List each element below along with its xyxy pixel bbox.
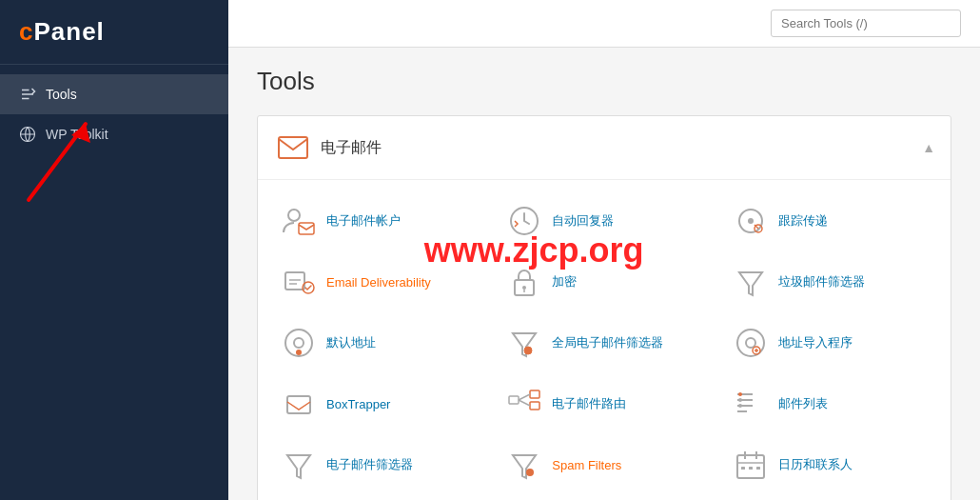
spam-filter-icon — [733, 264, 769, 300]
tool-email-accounts-label: 电子邮件帐户 — [326, 212, 401, 230]
svg-point-37 — [738, 398, 742, 402]
tool-boxtrapper[interactable]: BoxTrapper — [275, 378, 481, 430]
email-routing-icon — [506, 386, 542, 422]
svg-point-9 — [748, 218, 754, 224]
address-import-icon — [733, 325, 769, 361]
email-section-header[interactable]: 电子邮件 ▲ — [258, 116, 951, 180]
email-section: 电子邮件 ▲ 电子邮件帐户 — [257, 115, 951, 500]
encrypt-icon — [506, 264, 542, 300]
autoresponder-icon — [506, 203, 542, 239]
tool-global-filters-label: 全局电子邮件筛选器 — [552, 334, 663, 351]
tool-encrypt-label: 加密 — [552, 273, 577, 290]
email-section-icon — [275, 130, 311, 166]
svg-rect-27 — [509, 396, 519, 404]
search-tools-input[interactable] — [771, 10, 961, 37]
svg-rect-12 — [285, 272, 304, 290]
spam-filters2-icon — [506, 447, 542, 483]
deliverability-icon — [281, 264, 317, 300]
svg-point-20 — [524, 347, 532, 354]
svg-point-22 — [746, 338, 755, 348]
tool-email-filters-label: 电子邮件筛选器 — [326, 456, 413, 473]
tool-mailing-list[interactable]: 邮件列表 — [727, 378, 933, 430]
svg-point-38 — [738, 404, 742, 408]
svg-rect-45 — [749, 467, 753, 470]
sidebar-item-tools[interactable]: Tools — [0, 74, 228, 114]
boxtrapper-icon — [281, 386, 317, 422]
tool-address-importer[interactable]: 地址导入程序 — [727, 317, 933, 369]
global-filter-icon — [506, 325, 542, 361]
sidebar: cPanel Tools WP Toolkit — [0, 0, 228, 500]
email-filter2-icon — [281, 447, 317, 483]
svg-line-30 — [519, 394, 530, 400]
email-section-title: 电子邮件 — [321, 138, 382, 158]
tool-address-importer-label: 地址导入程序 — [778, 334, 853, 351]
tool-email-accounts[interactable]: 电子邮件帐户 — [275, 195, 481, 247]
wp-icon — [19, 126, 36, 143]
svg-point-39 — [526, 469, 534, 476]
tool-email-filters[interactable]: 电子邮件筛选器 — [275, 439, 481, 490]
track-icon — [733, 203, 769, 239]
tool-global-filters[interactable]: 全局电子邮件筛选器 — [500, 317, 707, 369]
svg-rect-29 — [530, 402, 539, 410]
collapse-icon[interactable]: ▲ — [922, 140, 935, 155]
tool-autoresponder-label: 自动回复器 — [552, 212, 614, 230]
tool-spam-assassin-label: 垃圾邮件筛选器 — [778, 273, 865, 290]
tool-track-delivery[interactable]: 跟踪传递 — [727, 195, 933, 247]
tool-spam-filters[interactable]: Spam Filters — [500, 439, 707, 490]
svg-rect-44 — [741, 467, 745, 470]
cpanel-logo: cPanel — [19, 17, 209, 47]
sidebar-item-wp-toolkit[interactable]: WP Toolkit — [0, 114, 228, 154]
email-section-body: 电子邮件帐户 自动回复器 — [258, 180, 951, 500]
svg-point-15 — [522, 286, 526, 290]
svg-point-19 — [296, 350, 302, 355]
svg-point-36 — [738, 392, 742, 396]
svg-rect-28 — [530, 390, 539, 398]
svg-point-5 — [288, 210, 300, 221]
sidebar-item-wp-label: WP Toolkit — [46, 127, 108, 142]
tool-mailing-list-label: 邮件列表 — [778, 395, 828, 412]
page-title: Tools — [257, 67, 951, 96]
tool-email-deliverability-label: Email Deliverability — [326, 275, 431, 290]
content: Tools 电子邮件 ▲ — [228, 48, 980, 500]
sidebar-item-tools-label: Tools — [46, 87, 77, 102]
tool-calendar-contacts[interactable]: 日历和联系人 — [727, 439, 933, 490]
tools-icon — [19, 86, 36, 103]
svg-rect-6 — [299, 223, 314, 234]
tool-spam-filters-label: Spam Filters — [552, 458, 621, 472]
svg-point-18 — [294, 338, 304, 348]
person-email-icon — [281, 203, 317, 239]
main: Tools 电子邮件 ▲ — [228, 0, 980, 500]
tool-email-routing[interactable]: 电子邮件路由 — [500, 378, 707, 430]
svg-line-31 — [519, 400, 530, 406]
tool-autoresponder[interactable]: 自动回复器 — [500, 195, 707, 247]
top-bar — [228, 0, 980, 48]
tool-default-address[interactable]: 默认地址 — [275, 317, 481, 369]
default-addr-icon — [281, 325, 317, 361]
sidebar-logo: cPanel — [0, 0, 228, 65]
tool-boxtrapper-label: BoxTrapper — [326, 397, 390, 411]
svg-rect-4 — [279, 137, 307, 158]
tool-default-address-label: 默认地址 — [326, 334, 376, 351]
svg-rect-46 — [756, 467, 760, 470]
tool-email-routing-label: 电子邮件路由 — [552, 395, 626, 412]
sidebar-nav: Tools WP Toolkit — [0, 74, 228, 154]
tool-spam-assassin[interactable]: 垃圾邮件筛选器 — [727, 256, 933, 308]
mailing-list-icon — [733, 386, 769, 422]
tool-encrypt[interactable]: 加密 — [500, 256, 707, 308]
calendar-icon — [733, 447, 769, 483]
tool-track-delivery-label: 跟踪传递 — [778, 212, 828, 230]
tool-email-deliverability[interactable]: Email Deliverability — [275, 256, 481, 308]
tool-calendar-contacts-label: 日历和联系人 — [778, 456, 853, 473]
